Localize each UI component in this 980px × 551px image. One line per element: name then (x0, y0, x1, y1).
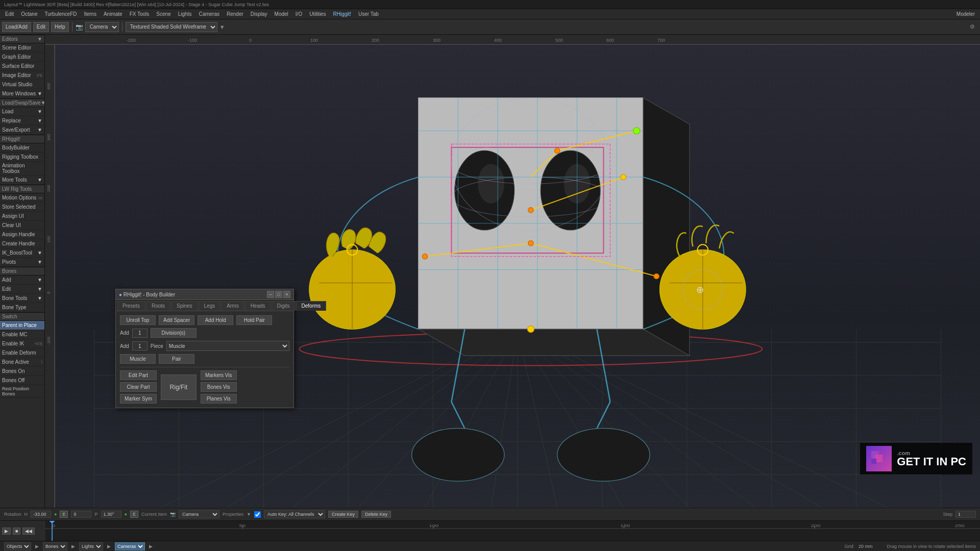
assign-ui-btn[interactable]: Assign UI (0, 212, 44, 221)
create-handle-btn[interactable]: Create Handle (0, 239, 44, 248)
menu-edit[interactable]: Edit (2, 11, 17, 17)
load-swap-save-section[interactable]: Load/Swap/Save ▼ (0, 98, 44, 107)
menu-rhiggit[interactable]: RHiggit! (330, 11, 354, 17)
more-windows-btn[interactable]: More Windows ▼ (0, 89, 44, 98)
enable-ik-btn[interactable]: Enable IK +F8 (0, 339, 44, 348)
tab-arms[interactable]: Arms (221, 301, 244, 311)
menu-scene[interactable]: Scene (153, 11, 174, 17)
bones-edit-btn[interactable]: Edit ▼ (0, 285, 44, 294)
assign-handle-btn[interactable]: Assign Handle (0, 230, 44, 239)
load-add-button[interactable]: Load/Add (2, 22, 31, 32)
store-selected-btn[interactable]: Store Selected (0, 203, 44, 212)
unroll-top-btn[interactable]: Unroll Top (120, 315, 156, 325)
divisions-btn[interactable]: Division(s) (151, 328, 197, 338)
menu-turbulencefd[interactable]: TurbulenceFD (41, 11, 80, 17)
more-tools-btn[interactable]: More Tools ▼ (0, 176, 44, 185)
h-keyframe-indicator[interactable]: ● (54, 512, 57, 517)
create-key-btn[interactable]: Create Key (328, 511, 358, 518)
bone-tools-btn[interactable]: Bone Tools ▼ (0, 294, 44, 303)
play-button[interactable]: ▶ (2, 528, 11, 535)
stop-button[interactable]: ■ (13, 528, 20, 535)
delete-key-btn[interactable]: Delete Key (361, 511, 391, 518)
bones-select[interactable]: Bones (43, 542, 67, 550)
enable-mc-btn[interactable]: Enable MC (0, 330, 44, 339)
lights-select[interactable]: Lights (79, 542, 103, 550)
rhiggit-section[interactable]: RHiggit! (0, 135, 44, 143)
ik-boosttool-btn[interactable]: IK_BoostTool ▼ (0, 248, 44, 258)
switch-section[interactable]: Switch (0, 312, 44, 321)
menu-model[interactable]: Model (272, 11, 291, 17)
bone-type-btn[interactable]: Bone Type (0, 303, 44, 312)
bones-vis-btn[interactable]: Bones Vis (201, 382, 237, 392)
animation-toolbox-btn[interactable]: Animation Toolbox (0, 162, 44, 176)
body-builder-btn[interactable]: BodyBuilder (0, 143, 44, 153)
auto-key-select[interactable]: Auto Key: All Channels (264, 510, 325, 518)
parent-in-place-btn[interactable]: Parent in Place (0, 321, 44, 330)
menu-octane[interactable]: Octane (18, 11, 40, 17)
hold-pair-btn[interactable]: Hold Pair (236, 315, 272, 325)
pair-btn[interactable]: Pair (159, 354, 194, 364)
replace-btn[interactable]: Replace ▼ (0, 116, 44, 126)
tab-digits[interactable]: Digits (272, 301, 296, 311)
p-keyframe-indicator[interactable]: ● (125, 512, 127, 517)
marker-sym-btn[interactable]: Marker Sym (120, 394, 157, 404)
add-hold-btn[interactable]: Add Hold (198, 315, 233, 325)
tab-heads[interactable]: Heads (245, 301, 271, 311)
tab-roots[interactable]: Roots (146, 301, 170, 311)
tab-legs[interactable]: Legs (199, 301, 221, 311)
bones-section[interactable]: Bones (0, 267, 44, 276)
clear-part-btn[interactable]: Clear Part (120, 382, 157, 392)
dialog-minimize[interactable]: – (267, 291, 274, 298)
camera-select[interactable]: Camera (85, 22, 119, 32)
lw-rig-tools-section[interactable]: LW Rig Tools (0, 185, 44, 193)
add-input[interactable] (132, 329, 148, 338)
menu-utilities[interactable]: Utilities (306, 11, 329, 17)
surface-editor-btn[interactable]: Surface Editor (0, 62, 44, 71)
h-envelope-btn[interactable]: E (60, 511, 68, 518)
dialog-title[interactable]: ● RHiggit! - Body Builder – □ × (116, 289, 293, 300)
virtual-studio-btn[interactable]: Virtual Studio (0, 80, 44, 89)
timeline-track[interactable]: 0 50 100 150 200 250 (45, 521, 980, 541)
markers-vis-btn[interactable]: Markers Vis (201, 370, 237, 380)
pivots-btn[interactable]: Pivots ▼ (0, 258, 44, 267)
muscle-btn[interactable]: Muscle (120, 354, 156, 364)
bones-on-btn[interactable]: Bones On (0, 367, 44, 376)
auto-key-checkbox[interactable] (254, 511, 261, 518)
menu-cameras[interactable]: Cameras (195, 11, 223, 17)
editors-section[interactable]: Editors ▼ (0, 35, 44, 43)
enable-deform-btn[interactable]: Enable Deform (0, 348, 44, 358)
edit-button[interactable]: Edit (33, 22, 49, 32)
piece-type-select[interactable]: Muscle (166, 341, 289, 351)
rigging-toolbox-btn[interactable]: Rigging Toolbox (0, 153, 44, 162)
properties-expand-icon[interactable]: ▼ (247, 512, 251, 517)
bones-off-btn[interactable]: Bones Off (0, 376, 44, 385)
settings-icon[interactable]: ⚙ (970, 23, 975, 30)
tab-presets[interactable]: Presets (117, 301, 145, 311)
clear-ui-btn[interactable]: Clear UI (0, 221, 44, 230)
add-spacer-btn[interactable]: Add Spacer (159, 315, 194, 325)
help-button[interactable]: Help (51, 22, 69, 32)
display-options-icon[interactable]: ▼ (219, 24, 225, 30)
piece-num-input[interactable] (132, 341, 148, 350)
load-btn[interactable]: Load ▼ (0, 107, 44, 116)
display-mode-select[interactable]: Textured Shaded Solid Wireframe (126, 22, 217, 32)
menu-animate[interactable]: Animate (101, 11, 126, 17)
tab-spines[interactable]: Spines (171, 301, 198, 311)
cameras-select[interactable]: Cameras (115, 542, 145, 550)
back-button[interactable]: ◀◀ (22, 528, 35, 535)
h-input[interactable] (71, 511, 91, 518)
menu-io[interactable]: I/O (292, 11, 305, 17)
menu-fxtools[interactable]: FX Tools (127, 11, 153, 17)
menu-usertab[interactable]: User Tab (355, 11, 382, 17)
menu-lights[interactable]: Lights (175, 11, 195, 17)
bone-active-btn[interactable]: Bone Active \ (0, 358, 44, 367)
step-input[interactable] (955, 511, 976, 518)
motion-options-btn[interactable]: Motion Options m (0, 193, 44, 203)
current-item-select[interactable]: Camera (179, 510, 219, 518)
edit-part-btn[interactable]: Edit Part (120, 370, 157, 380)
menu-modeler[interactable]: Modeler (953, 11, 978, 17)
dialog-close-btn[interactable]: × (283, 291, 290, 298)
graph-editor-btn[interactable]: Graph Editor (0, 53, 44, 62)
image-editor-btn[interactable]: Image Editor F6 (0, 71, 44, 80)
menu-render[interactable]: Render (224, 11, 247, 17)
